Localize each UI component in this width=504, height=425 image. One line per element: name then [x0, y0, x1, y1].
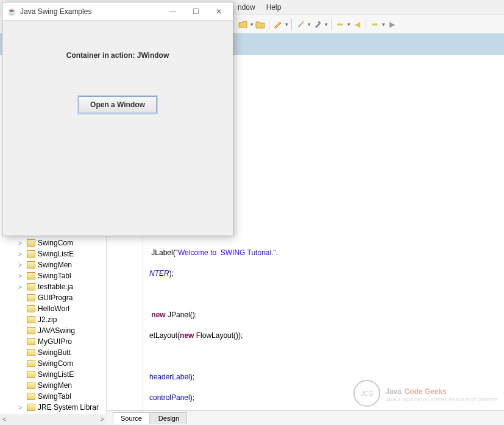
tree-item[interactable]: SwingCom [0, 358, 106, 369]
tab-design[interactable]: Design [151, 412, 187, 424]
wand-icon[interactable] [295, 19, 306, 30]
file-icon [27, 360, 35, 367]
expand-icon[interactable]: > [18, 273, 24, 279]
file-icon [27, 404, 35, 411]
tree-item[interactable]: >SwingListE [0, 248, 106, 259]
tree-item[interactable]: >testtable.ja [0, 281, 106, 292]
tree-label: J2.zip [38, 315, 57, 324]
tree-label: MyGUIPro [38, 337, 72, 346]
file-icon [27, 272, 35, 279]
tree-item[interactable]: >SwingTabl [0, 270, 106, 281]
dialog-title: Java Swing Examples [20, 7, 163, 16]
expand-icon[interactable]: > [18, 251, 24, 258]
tree-label: SwingListE [38, 370, 74, 379]
tree-item[interactable]: SwingListE [0, 369, 106, 380]
tree-item[interactable]: SwingMen [0, 380, 106, 391]
wrench-icon[interactable] [312, 19, 323, 30]
tree-item[interactable]: HelloWorl [0, 303, 106, 314]
menu-help[interactable]: Help [266, 3, 282, 12]
expand-icon[interactable]: > [18, 404, 24, 411]
back-solid-icon[interactable]: ◀ [352, 19, 363, 30]
tree-item[interactable]: J2.zip [0, 314, 106, 325]
editor-tabs: Source Design [107, 410, 504, 425]
file-icon [27, 371, 35, 378]
file-icon [27, 305, 35, 312]
tree-item[interactable]: JAVASwing [0, 325, 106, 336]
tree-item[interactable]: GUIProgra [0, 292, 106, 303]
file-icon [27, 294, 35, 301]
expand-icon[interactable] [18, 317, 24, 323]
tree-label: SwingListE [38, 250, 74, 258]
tree-label: testtable.ja [38, 283, 73, 291]
expand-icon[interactable]: > [18, 284, 24, 290]
tree-item[interactable]: >SwingCom [0, 237, 106, 248]
expand-icon[interactable]: > [18, 240, 24, 247]
folder-open-icon[interactable] [238, 19, 249, 30]
tab-source[interactable]: Source [113, 412, 150, 424]
java-icon: ☕ [7, 7, 16, 16]
expand-icon[interactable] [18, 382, 24, 389]
expand-icon[interactable] [18, 328, 24, 334]
jwindow-dialog: ☕ Java Swing Examples — ☐ ✕ Container in… [2, 2, 233, 236]
tree-label: SwingMen [38, 381, 72, 390]
dialog-heading: Container in action: JWindow [15, 51, 221, 60]
file-icon [27, 349, 35, 356]
tree-item[interactable]: >JRE System Librar [0, 402, 106, 413]
sidebar-scroll[interactable]: <> [0, 414, 107, 425]
tree-item[interactable]: SwingButt [0, 347, 106, 358]
expand-icon[interactable] [18, 349, 24, 356]
tree-label: SwingCom [38, 239, 73, 247]
tree-label: SwingTabl [38, 392, 71, 401]
file-icon [27, 261, 35, 269]
expand-icon[interactable] [18, 371, 24, 378]
tree-label: SwingButt [38, 348, 71, 357]
tree-label: SwingMen [38, 261, 72, 269]
minimize-button[interactable]: — [163, 4, 182, 19]
file-icon [27, 250, 35, 258]
forward-solid-icon[interactable]: ▶ [386, 19, 397, 30]
close-button[interactable]: ✕ [210, 4, 228, 19]
expand-icon[interactable]: > [18, 262, 24, 269]
expand-icon[interactable] [18, 393, 24, 400]
file-icon [27, 316, 35, 323]
maximize-button[interactable]: ☐ [186, 4, 205, 19]
folder-icon[interactable] [255, 19, 266, 30]
tree-label: SwingCom [38, 359, 73, 368]
file-icon [27, 382, 35, 389]
tree-item[interactable]: MyGUIPro [0, 336, 106, 347]
tree-item[interactable]: >SwingMen [0, 259, 106, 270]
file-icon [27, 239, 35, 247]
expand-icon[interactable] [18, 306, 24, 312]
tree-label: JAVASwing [38, 326, 75, 335]
expand-icon[interactable] [18, 295, 24, 301]
open-window-button[interactable]: Open a Window [79, 96, 157, 113]
expand-icon[interactable] [18, 360, 24, 367]
dialog-titlebar[interactable]: ☕ Java Swing Examples — ☐ ✕ [2, 2, 233, 21]
file-icon [27, 283, 35, 290]
forward-icon[interactable]: ➡ [369, 19, 380, 30]
tree-label: GUIProgra [38, 293, 73, 302]
file-icon [27, 393, 35, 400]
tree-label: JRE System Librar [38, 403, 99, 412]
file-icon [27, 327, 35, 334]
back-icon[interactable]: ⬅ [335, 19, 346, 30]
expand-icon[interactable] [18, 339, 24, 345]
svg-point-0 [302, 21, 304, 23]
tree-item[interactable]: SwingTabl [0, 391, 106, 402]
menu-window[interactable]: ndow [238, 3, 255, 12]
file-icon [27, 338, 35, 345]
pencil-icon[interactable] [272, 19, 283, 30]
tree-label: HelloWorl [38, 304, 69, 313]
tree-label: SwingTabl [38, 272, 71, 280]
